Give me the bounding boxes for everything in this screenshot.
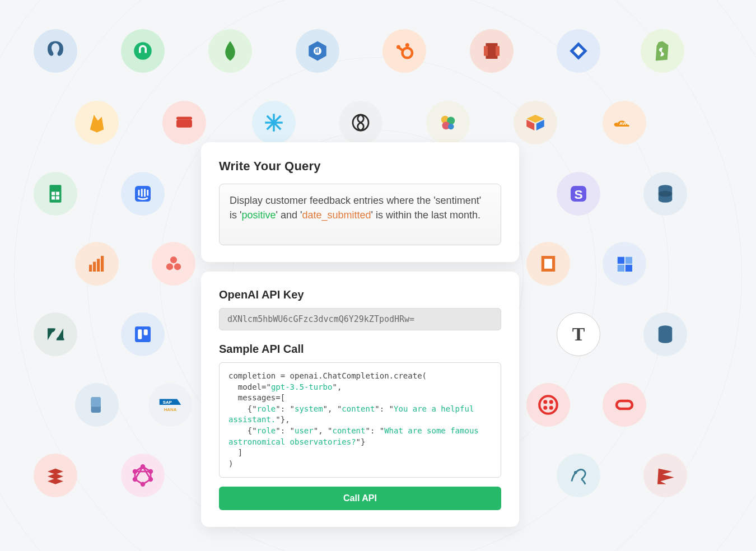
aws-redshift-icon (470, 29, 514, 73)
svg-point-86 (149, 470, 152, 473)
snowflake-icon (252, 101, 296, 144)
google-sheets-icon (34, 172, 77, 216)
svg-text:HANA: HANA (164, 407, 177, 412)
svg-point-0 (134, 42, 152, 60)
sql-server-icon (643, 454, 687, 497)
mongodb-icon (208, 29, 252, 73)
svg-point-26 (448, 124, 454, 130)
api-card: OpenAI API Key dXNlcm5hbWU6cGFzc3dvcmQ6Y… (201, 272, 519, 527)
call-api-button[interactable]: Call API (219, 487, 501, 510)
svg-rect-57 (618, 265, 624, 272)
svg-point-88 (141, 483, 144, 486)
svg-rect-54 (544, 259, 552, 269)
asana-icon (152, 242, 195, 286)
svg-point-51 (166, 263, 173, 270)
svg-rect-68 (91, 397, 101, 407)
svg-text:S: S (574, 187, 582, 202)
svg-point-52 (174, 263, 181, 270)
svg-point-72 (539, 396, 557, 414)
io-app-icon (603, 242, 646, 286)
mysql-icon (557, 454, 600, 497)
svg-rect-48 (97, 259, 100, 272)
sample-api-label: Sample API Call (219, 343, 501, 356)
svg-point-5 (403, 48, 413, 58)
svg-line-9 (399, 48, 403, 51)
svg-rect-56 (626, 257, 632, 264)
svg-rect-46 (89, 265, 92, 272)
intercom-icon (121, 172, 165, 216)
paddle-icon (75, 383, 119, 427)
aws-service-icon (526, 242, 570, 286)
write-query-title: Write Your Query (219, 159, 501, 174)
svg-rect-49 (101, 256, 104, 272)
svg-rect-63 (144, 329, 148, 335)
svg-point-90 (133, 470, 137, 473)
api-key-input[interactable]: dXNlcm5hbWU6cGFzc3dvcmQ6Y29kZTpodHRw= (219, 308, 501, 330)
svg-point-85 (141, 465, 144, 468)
svg-point-6 (405, 43, 409, 47)
svg-marker-80 (48, 478, 63, 484)
shopify-icon (641, 29, 684, 73)
svg-point-76 (549, 406, 553, 410)
svg-point-73 (543, 400, 547, 404)
svg-text:SAP: SAP (163, 400, 172, 405)
svg-point-44 (659, 197, 673, 203)
redis-icon (34, 454, 77, 497)
svg-rect-12 (496, 46, 500, 56)
elastic-icon (426, 101, 470, 144)
databricks-icon (75, 242, 119, 286)
svg-rect-55 (618, 257, 624, 264)
svg-point-45 (659, 191, 673, 197)
svg-marker-15 (90, 115, 104, 133)
svg-point-89 (133, 478, 137, 481)
svg-point-75 (543, 406, 547, 410)
couchbase-icon (162, 101, 206, 144)
svg-rect-61 (135, 326, 151, 342)
stripe-icon: S (557, 172, 600, 216)
svg-rect-11 (484, 46, 488, 56)
dynamodb-alt-icon (643, 312, 687, 356)
code-sample[interactable]: completion = openai.ChatCompletion.creat… (219, 362, 501, 478)
twilio-icon (526, 383, 570, 427)
svg-rect-47 (93, 262, 96, 272)
airtable-icon (514, 101, 557, 144)
svg-point-66 (659, 337, 673, 343)
t-app-icon: T (557, 312, 600, 356)
svg-point-74 (549, 400, 553, 404)
svg-rect-77 (617, 401, 632, 409)
dynamodb-icon (643, 172, 687, 216)
svg-rect-4 (318, 48, 319, 53)
firebase-icon (75, 101, 119, 144)
svg-point-91 (575, 471, 576, 473)
postgresql-icon (34, 29, 77, 73)
svg-rect-58 (626, 265, 632, 272)
svg-point-87 (149, 478, 152, 481)
query-highlight-positive: positive (241, 209, 276, 221)
query-input[interactable]: Display customer feedback entries where … (219, 184, 501, 245)
oracle-icon (603, 383, 646, 427)
svg-rect-62 (138, 329, 142, 339)
svg-rect-16 (176, 120, 192, 128)
svg-rect-3 (316, 49, 317, 53)
svg-text:AWS: AWS (619, 121, 629, 126)
zendesk-icon (34, 312, 77, 356)
trello-icon (121, 312, 165, 356)
zendesk-support-icon (121, 29, 165, 73)
query-highlight-date: date_submitted (302, 209, 371, 221)
bigquery-icon (296, 29, 339, 73)
sap-hana-icon: SAPHANA (148, 383, 192, 427)
hubspot-icon (382, 29, 426, 73)
graphql-icon (121, 454, 165, 497)
aws-icon: AWS (603, 101, 646, 144)
jira-icon (557, 29, 600, 73)
write-query-card: Write Your Query Display customer feedba… (201, 142, 519, 262)
api-key-label: OpenAI API Key (219, 288, 501, 301)
svg-point-50 (170, 256, 177, 263)
svg-rect-17 (176, 117, 192, 120)
openai-icon (339, 101, 382, 144)
